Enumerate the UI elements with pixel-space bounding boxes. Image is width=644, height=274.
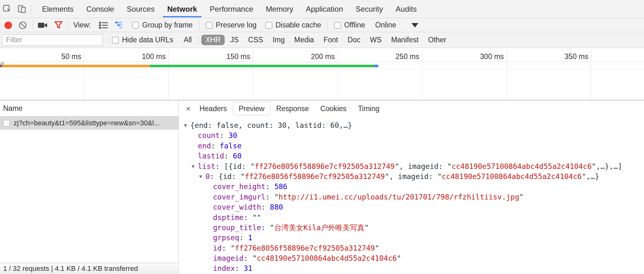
group-by-frame-checkbox[interactable]	[132, 22, 139, 29]
column-header-name[interactable]: Name	[0, 101, 179, 116]
ruler-tick-200-ms: 200 ms	[284, 52, 335, 61]
group-by-frame-label: Group by frame	[142, 21, 193, 29]
inspect-element-button[interactable]	[0, 2, 15, 16]
record-button[interactable]	[1, 19, 15, 32]
json-text: :	[235, 264, 244, 272]
tab-console[interactable]: Console	[80, 0, 120, 18]
ruler-gridline	[84, 48, 84, 100]
json-text: ", imageid: "	[395, 162, 452, 170]
filter-type-img[interactable]: Img	[269, 35, 289, 45]
json-text: : "	[244, 254, 257, 262]
detail-tab-response[interactable]: Response	[271, 103, 314, 115]
detail-tab-timing[interactable]: Timing	[353, 103, 385, 115]
requests-panel: Name zj?ch=beauty&t1=595&listtype=new&sn…	[0, 101, 179, 274]
network-overview[interactable]: 50 ms100 ms150 ms200 ms250 ms300 ms350 m…	[0, 48, 644, 101]
capture-screenshots-button[interactable]	[34, 19, 51, 32]
status-bar: 1 / 32 requests | 4.1 KB / 4.1 KB transf…	[0, 263, 179, 274]
tree-property-row: imageid: "cc48190e57100864abc4d55a2c4104…	[179, 253, 644, 263]
json-key: group_title	[213, 223, 261, 232]
json-value-string: cc48190e57100864abc4d55a2c4104c6	[257, 254, 397, 262]
ruler-gridline	[337, 48, 338, 100]
tab-elements[interactable]: Elements	[36, 0, 80, 18]
filter-divider	[198, 35, 199, 45]
json-text: : "	[222, 244, 235, 252]
detail-tab-headers[interactable]: Headers	[194, 103, 232, 115]
tab-network[interactable]: Network	[161, 0, 204, 18]
filter-type-js[interactable]: JS	[226, 35, 243, 45]
json-text: :	[224, 152, 233, 160]
ruler-baseline	[0, 62, 644, 62]
hide-data-urls-label: Hide data URLs	[122, 36, 173, 44]
filter-type-other[interactable]: Other	[424, 35, 451, 45]
json-value-number: 31	[244, 264, 252, 272]
json-value-string: http://i1.umei.cc/uploads/tu/201701/798/…	[279, 193, 519, 201]
filter-type-font[interactable]: Font	[319, 35, 342, 45]
request-row[interactable]: zj?ch=beauty&t1=595&listtype=new&sn=30&l…	[0, 116, 179, 130]
expand-arrow-icon[interactable]: ▼	[183, 121, 190, 131]
overview-bar-queueing	[0, 65, 2, 67]
preserve-log-label: Preserve log	[216, 21, 257, 29]
disable-cache-checkbox[interactable]	[265, 22, 272, 29]
offline-checkbox[interactable]	[334, 22, 341, 29]
json-text: : [{id: "	[215, 162, 255, 170]
json-text: "	[397, 254, 401, 262]
view-label: View:	[73, 21, 91, 29]
ruler-tick-350-ms: 350 ms	[538, 52, 588, 61]
json-text: : "	[265, 193, 279, 201]
toggle-device-toolbar-button[interactable]	[15, 2, 29, 16]
tab-performance[interactable]: Performance	[204, 0, 259, 18]
detail-tabs: HeadersPreviewResponseCookiesTiming	[194, 102, 385, 115]
show-overview-button[interactable]	[111, 19, 128, 32]
detail-tab-cookies[interactable]: Cookies	[315, 103, 352, 115]
tab-application[interactable]: Application	[300, 0, 349, 18]
json-text: "	[375, 244, 379, 252]
json-value-number: 586	[274, 182, 288, 191]
expand-arrow-icon[interactable]: ▼	[191, 162, 198, 172]
request-checkbox[interactable]	[3, 120, 10, 127]
use-large-rows-button[interactable]	[95, 19, 111, 32]
tree-expandable-row[interactable]: ▼{end: false, count: 30, lastid: 60,…}	[179, 120, 644, 130]
disable-cache-label: Disable cache	[276, 21, 321, 29]
toolbar-divider	[199, 21, 199, 30]
tree-expandable-row[interactable]: ▼list: [{id: "ff276e8056f58896e7cf92505a…	[179, 161, 644, 171]
tab-security[interactable]: Security	[349, 0, 389, 18]
preserve-log-checkbox[interactable]	[206, 22, 213, 29]
devtools-window: { "tabs": { "items": ["Elements", "Conso…	[0, 0, 644, 274]
filter-type-media[interactable]: Media	[290, 35, 318, 45]
throttling-select[interactable]: Online	[375, 21, 396, 29]
tab-sources[interactable]: Sources	[120, 0, 161, 18]
json-text: :	[220, 131, 228, 140]
filter-input[interactable]	[2, 34, 103, 46]
json-value-number: 1	[248, 234, 252, 242]
dropdown-caret-icon[interactable]	[411, 23, 418, 27]
record-icon	[4, 21, 12, 29]
tree-property-row: group_title: "台湾美女Kila户外唯美写真"	[179, 223, 644, 233]
overview-bar-end-marker	[374, 65, 378, 67]
filter-type-css[interactable]: CSS	[244, 35, 267, 45]
json-key: imageid	[213, 254, 244, 262]
expand-arrow-icon[interactable]: ▼	[198, 172, 205, 182]
json-key: cover_width	[213, 203, 261, 211]
overview-gray-chip	[1, 62, 4, 65]
filter-type-manifest[interactable]: Manifest	[387, 35, 423, 45]
tab-memory[interactable]: Memory	[259, 0, 300, 18]
json-text: : {id: "	[210, 172, 245, 181]
filter-type-ws[interactable]: WS	[366, 35, 386, 45]
ruler-gridline	[422, 48, 422, 100]
status-text: 1 / 32 requests | 4.1 KB / 4.1 KB transf…	[3, 265, 138, 273]
filter-type-all[interactable]: All	[179, 35, 196, 45]
hide-data-urls-checkbox[interactable]	[112, 37, 119, 44]
camera-icon	[38, 21, 48, 29]
overview-bar-waiting	[2, 65, 150, 67]
tab-audits[interactable]: Audits	[389, 0, 423, 18]
tree-expandable-row[interactable]: ▼0: {id: "ff276e8056f58896e7cf92505a3127…	[179, 171, 644, 182]
filter-type-xhr[interactable]: XHR	[201, 35, 225, 45]
filter-toggle-button[interactable]	[51, 19, 66, 32]
clear-button[interactable]	[15, 19, 30, 32]
filter-type-doc[interactable]: Doc	[343, 35, 365, 45]
network-toolbar: View: Group by frame Preserve log Disabl…	[0, 18, 644, 32]
close-detail-button[interactable]: ×	[183, 104, 194, 114]
json-text: : "	[261, 223, 274, 232]
detail-tab-preview[interactable]: Preview	[233, 102, 270, 115]
request-name: zj?ch=beauty&t1=595&listtype=new&sn=30&l…	[14, 119, 160, 127]
